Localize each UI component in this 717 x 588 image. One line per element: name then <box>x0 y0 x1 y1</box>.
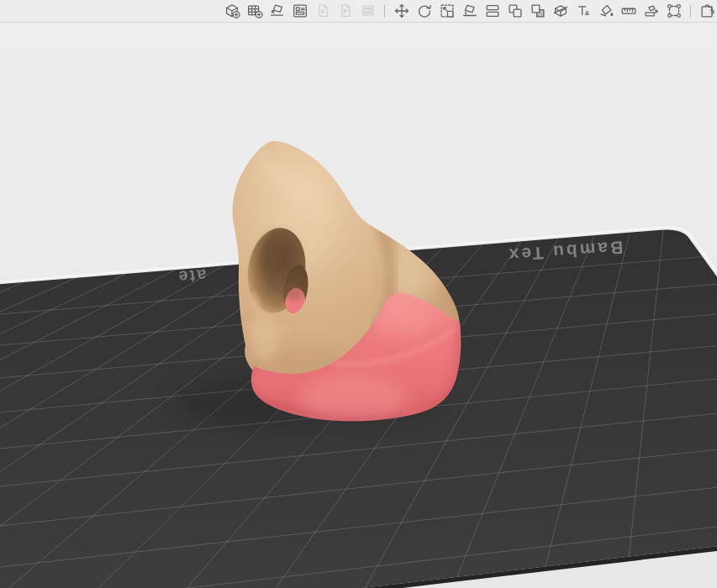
split-to-objects-icon <box>483 2 502 20</box>
lay-on-face-button[interactable] <box>459 1 480 22</box>
document-p-icon: P <box>336 2 355 20</box>
mesh-boolean-button[interactable] <box>527 1 548 22</box>
svg-text:0: 0 <box>320 8 324 15</box>
document-0-icon: 0 <box>314 2 332 20</box>
viewport-3d[interactable]: Bambu Tex ate <box>0 23 717 588</box>
arrange-button[interactable] <box>289 1 310 22</box>
document-p-button: P <box>335 1 356 22</box>
document-0-button: 0 <box>312 1 333 22</box>
scale-button[interactable] <box>436 1 457 22</box>
rotate-button[interactable] <box>414 1 435 22</box>
plugin-button[interactable] <box>697 1 717 22</box>
svg-text:P: P <box>343 8 347 15</box>
seam-icon <box>665 2 683 20</box>
variable-layer-height-button <box>357 1 378 22</box>
plugin-icon <box>699 2 717 20</box>
add-text-icon: a <box>574 2 593 20</box>
add-object-button[interactable] <box>221 1 242 22</box>
split-to-parts-icon <box>506 2 525 20</box>
plate-label-left: ate <box>177 266 207 286</box>
add-object-icon <box>223 2 241 20</box>
add-text-button[interactable]: a <box>572 1 593 22</box>
assembly-button[interactable] <box>641 1 662 22</box>
scale-icon <box>438 2 456 20</box>
split-to-objects-button[interactable] <box>482 1 503 22</box>
variable-layer-height-icon <box>359 2 377 20</box>
mesh-boolean-icon <box>529 2 547 20</box>
add-plate-button[interactable] <box>244 1 265 22</box>
cut-button[interactable] <box>550 1 571 22</box>
seam-button[interactable] <box>663 1 684 22</box>
cut-icon <box>551 2 570 20</box>
svg-text:a: a <box>585 9 589 17</box>
toolbar-separator <box>384 5 385 18</box>
top-toolbar: 0Pa <box>0 0 717 23</box>
split-to-parts-button[interactable] <box>504 1 525 22</box>
auto-orient-button[interactable] <box>266 1 287 22</box>
toolbar-icon-group: 0Pa <box>221 0 717 22</box>
move-button[interactable] <box>391 1 412 22</box>
measure-icon <box>619 2 638 20</box>
rotate-icon <box>415 2 434 20</box>
lay-on-face-icon <box>461 2 479 20</box>
paint-button[interactable] <box>595 1 616 22</box>
move-icon <box>393 2 411 20</box>
toolbar-separator <box>690 5 691 18</box>
model-nose[interactable] <box>233 141 461 422</box>
assembly-icon <box>642 2 661 20</box>
paint-icon <box>597 2 615 20</box>
auto-orient-icon <box>268 2 287 20</box>
scene-canvas[interactable]: Bambu Tex ate <box>0 23 717 588</box>
add-plate-icon <box>245 2 264 20</box>
measure-button[interactable] <box>618 1 639 22</box>
arrange-icon <box>291 2 309 20</box>
